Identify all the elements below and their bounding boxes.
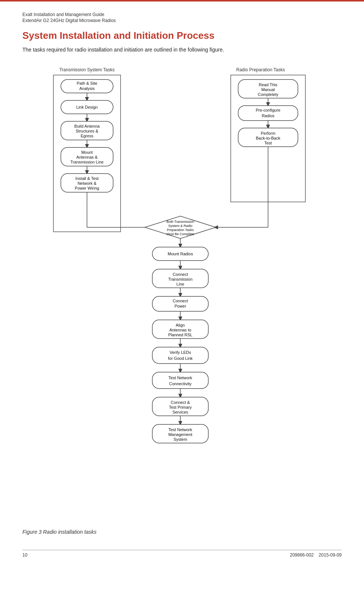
svg-text:Mount Radios: Mount Radios — [168, 252, 193, 256]
svg-text:Connectivity: Connectivity — [169, 381, 192, 386]
node-test-network-conn — [152, 372, 208, 389]
svg-text:Build Antenna: Build Antenna — [74, 124, 100, 128]
page-title: System Installation and Initiation Proce… — [22, 30, 342, 41]
svg-text:Read This: Read This — [259, 82, 277, 87]
svg-text:System & Radio: System & Radio — [168, 224, 192, 228]
svg-text:Test Network: Test Network — [168, 375, 192, 380]
svg-text:System: System — [173, 437, 187, 442]
footer: 10 209866-002 2015-09-09 — [22, 550, 342, 558]
footer-date: 2015-09-09 — [319, 552, 342, 558]
svg-text:Path & Site: Path & Site — [77, 81, 97, 85]
svg-text:Manual: Manual — [261, 87, 274, 92]
svg-text:Connect: Connect — [172, 272, 188, 277]
svg-text:Align: Align — [175, 323, 184, 327]
svg-text:Connect: Connect — [172, 299, 188, 303]
svg-text:Both Transmission: Both Transmission — [166, 220, 194, 224]
svg-text:Power Wiring: Power Wiring — [75, 186, 99, 190]
node-verify-leds — [152, 347, 208, 364]
header-line1: Exalt Installation and Management Guide — [22, 12, 342, 17]
svg-text:Antennas to: Antennas to — [169, 328, 191, 332]
svg-text:Perform: Perform — [261, 131, 275, 135]
intro-text: The tasks required for radio installatio… — [22, 47, 342, 53]
svg-text:Mount: Mount — [81, 150, 93, 155]
svg-text:Completely: Completely — [258, 92, 279, 97]
footer-page: 10 — [22, 552, 27, 558]
svg-text:Radios: Radios — [261, 113, 274, 118]
svg-text:Antennas &: Antennas & — [76, 155, 98, 159]
svg-text:Connect &: Connect & — [171, 400, 190, 405]
svg-text:Line: Line — [176, 282, 184, 286]
right-col-label: Radio Preparation Tasks — [236, 67, 285, 72]
svg-text:Install & Test: Install & Test — [75, 176, 98, 181]
svg-text:Analysis: Analysis — [79, 86, 94, 91]
svg-text:for Good Link: for Good Link — [168, 356, 193, 361]
svg-text:Transmission Line: Transmission Line — [70, 160, 103, 164]
svg-text:Network &: Network & — [77, 181, 96, 186]
svg-text:Structures &: Structures & — [75, 129, 98, 133]
svg-text:Pre-configure: Pre-configure — [255, 108, 280, 112]
svg-text:Test Network: Test Network — [168, 427, 192, 432]
svg-text:Link Design: Link Design — [76, 105, 97, 109]
left-col-label: Transmission System Tasks — [59, 67, 114, 72]
svg-text:Back-to-Back: Back-to-Back — [256, 136, 280, 140]
svg-text:Egress: Egress — [80, 134, 93, 138]
svg-text:Services: Services — [172, 410, 188, 414]
header-line2: ExtendAir G2 24GHz Digital Microwave Rad… — [22, 18, 342, 23]
svg-text:Verify LEDs: Verify LEDs — [169, 350, 191, 355]
diagram: Transmission System Tasks Radio Preparat… — [33, 63, 332, 520]
svg-text:Test Primary: Test Primary — [169, 405, 192, 409]
svg-text:Planned RSL: Planned RSL — [168, 333, 192, 337]
page: Exalt Installation and Management Guide … — [0, 1, 364, 573]
svg-text:Power: Power — [174, 304, 186, 308]
svg-text:Must Be Complete: Must Be Complete — [166, 232, 194, 236]
footer-doc: 209866-002 — [290, 552, 314, 558]
svg-text:Test: Test — [264, 141, 271, 145]
svg-text:Transmission: Transmission — [168, 277, 192, 281]
svg-text:Preparation Tasks: Preparation Tasks — [167, 228, 194, 232]
diagram-svg: Transmission System Tasks Radio Preparat… — [33, 63, 332, 518]
svg-text:Management: Management — [168, 432, 192, 437]
figure-caption: Figure 3 Radio installation tasks — [22, 529, 342, 535]
